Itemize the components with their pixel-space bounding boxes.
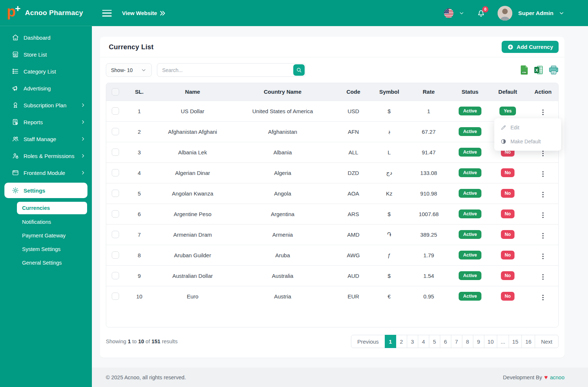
action-cell: [527, 224, 559, 245]
row-actions-kebab[interactable]: [539, 273, 547, 282]
row-checkbox[interactable]: [112, 148, 119, 156]
row-actions-kebab[interactable]: [539, 293, 547, 302]
page-button[interactable]: 6: [440, 335, 451, 348]
search-bar: [157, 63, 306, 77]
row-action-dropdown: Edit Make Default: [494, 118, 561, 151]
sidebar-subitem-general-settings[interactable]: General Settings: [0, 256, 92, 269]
row-checkbox[interactable]: [112, 231, 119, 238]
row-actions-kebab[interactable]: [539, 190, 547, 199]
acnoo-link[interactable]: acnoo: [550, 375, 564, 380]
checkbox-cell: [106, 286, 125, 307]
currency-list-card: Currency List Add Currency Show- 10 csv: [100, 37, 564, 358]
column-header-sl: SL.: [125, 83, 154, 101]
view-website-link[interactable]: View Website: [122, 10, 166, 16]
language-flag-us[interactable]: [444, 8, 453, 18]
row-actions-kebab[interactable]: [539, 252, 547, 261]
symbol-cell: دج: [373, 162, 406, 183]
row-actions-kebab[interactable]: [539, 170, 547, 179]
row-checkbox[interactable]: [112, 272, 119, 279]
sidebar-item-dashboard[interactable]: Dashboard: [0, 29, 92, 46]
page-button[interactable]: 16: [521, 335, 535, 348]
table-row: 7Armenian DramArmeniaAMD֏389.25ActiveNo: [106, 224, 559, 245]
page-button[interactable]: 8: [462, 335, 473, 348]
sidebar-item-roles-permissions[interactable]: Roles & Permissions: [0, 147, 92, 164]
row-checkbox[interactable]: [112, 169, 119, 176]
rate-cell: 1.79: [406, 245, 452, 265]
sidebar-item-subscription-plan[interactable]: Subscription Plan: [0, 97, 92, 114]
status-badge: Active: [459, 168, 481, 177]
symbol-cell: $: [373, 204, 406, 224]
chevron-down-icon[interactable]: [559, 10, 564, 16]
sidebar-item-settings[interactable]: Settings: [4, 183, 87, 198]
results-summary: Showing 1 to 10 of 151 results: [106, 338, 178, 344]
sidebar-item-category-list[interactable]: Category List: [0, 63, 92, 80]
page-button[interactable]: 4: [418, 335, 429, 348]
svg-text:csv: csv: [522, 71, 526, 74]
sidebar-subitem-payment-gateway[interactable]: Payment Gateway: [0, 229, 92, 242]
page-button[interactable]: 10: [484, 335, 498, 348]
sidebar-subitem-currencies[interactable]: Currencies: [17, 202, 87, 214]
page-button[interactable]: 3: [407, 335, 418, 348]
row-checkbox[interactable]: [112, 128, 119, 135]
row-checkbox[interactable]: [112, 107, 119, 115]
status-badge: Active: [459, 148, 481, 157]
row-checkbox[interactable]: [112, 190, 119, 197]
sidebar-item-advertising[interactable]: Advertising: [0, 80, 92, 97]
page-button[interactable]: 9: [473, 335, 484, 348]
notification-count-badge: 0: [482, 6, 488, 12]
rate-cell: 1.54: [406, 265, 452, 286]
sidebar-item-frontend-module[interactable]: Frontend Module: [0, 164, 92, 181]
page-button[interactable]: 1: [385, 335, 396, 348]
chevron-right-icon: [80, 136, 86, 142]
sidebar-subitem-system-settings[interactable]: System Settings: [0, 242, 92, 256]
export-excel-icon[interactable]: X: [534, 65, 543, 75]
print-icon[interactable]: [549, 65, 559, 75]
sidebar-item-staff-manage[interactable]: Staff Manage: [0, 130, 92, 147]
pagination-next[interactable]: Next: [535, 335, 559, 348]
notification-bell[interactable]: 0: [476, 8, 486, 18]
add-currency-button[interactable]: Add Currency: [502, 41, 559, 53]
sidebar-item-reports[interactable]: Reports: [0, 114, 92, 130]
list-icon: [12, 68, 19, 75]
action-cell: [527, 286, 559, 307]
pharmacy-logo-icon: p+: [6, 5, 21, 21]
sidebar-item-store-list[interactable]: Store List: [0, 46, 92, 63]
chevron-down-icon[interactable]: [459, 10, 465, 16]
row-checkbox[interactable]: [112, 293, 119, 300]
show-per-page-select[interactable]: Show- 10: [106, 63, 152, 77]
status-cell: Active: [452, 265, 488, 286]
page-button[interactable]: 7: [451, 335, 462, 348]
sidebar-menu: Dashboard Store List Category List Adver…: [0, 26, 92, 269]
action-cell: [527, 245, 559, 265]
pagination-previous[interactable]: Previous: [351, 335, 385, 348]
page-button[interactable]: 5: [429, 335, 440, 348]
select-all-checkbox[interactable]: [112, 88, 119, 96]
row-actions-kebab[interactable]: [539, 211, 547, 220]
plus-circle-icon: [507, 44, 514, 50]
dropdown-item-make-default[interactable]: Make Default: [494, 135, 561, 148]
column-header-status: Status: [452, 83, 488, 101]
hamburger-menu-icon[interactable]: [102, 10, 112, 17]
row-checkbox[interactable]: [112, 251, 119, 259]
user-avatar[interactable]: [498, 6, 512, 21]
default-cell: No: [488, 162, 527, 183]
search-input[interactable]: [157, 63, 306, 77]
name-cell: Aruban Guilder: [154, 245, 231, 265]
checkbox-cell: [106, 204, 125, 224]
table-row: 10EuroAustriaEUR€0.95ActiveNo: [106, 286, 559, 307]
export-csv-icon[interactable]: csv: [520, 65, 528, 75]
sl-cell: 6: [125, 204, 154, 224]
search-button[interactable]: [293, 64, 305, 76]
page-button[interactable]: 15: [509, 335, 522, 348]
status-badge: Active: [459, 292, 481, 301]
copyright-text: © 2025 Acnoo, all rights reserved.: [106, 375, 186, 380]
user-menu[interactable]: Super Admin: [518, 10, 553, 17]
page-button[interactable]: 2: [396, 335, 407, 348]
row-actions-kebab[interactable]: [539, 232, 547, 240]
sidebar-subitem-notifications[interactable]: Notifications: [0, 215, 92, 229]
dropdown-item-edit[interactable]: Edit: [494, 121, 561, 135]
checkbox-cell: [106, 142, 125, 162]
row-actions-kebab[interactable]: [539, 108, 547, 117]
row-checkbox[interactable]: [112, 210, 119, 218]
default-badge: No: [501, 271, 514, 280]
